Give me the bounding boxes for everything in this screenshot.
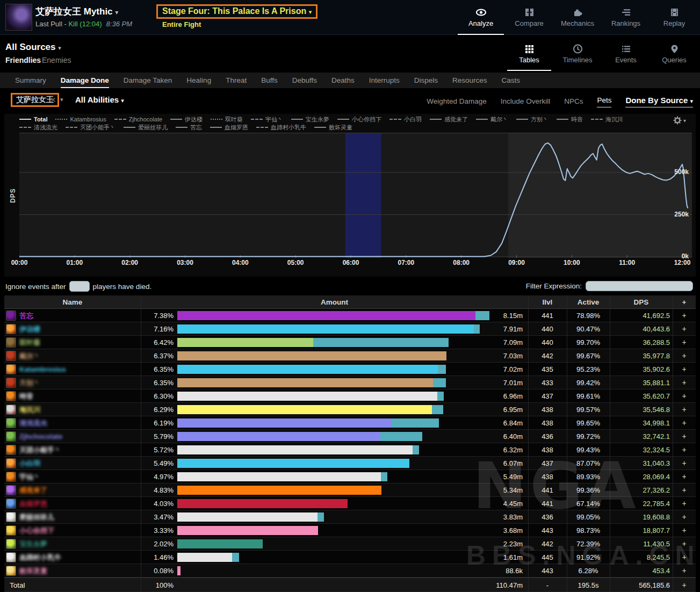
entire-fight-link[interactable]: Entire Fight [162, 20, 201, 28]
tab-deaths[interactable]: Deaths [331, 73, 355, 88]
nav-analyze[interactable]: Analyze [457, 0, 505, 35]
boss-title-dropdown[interactable]: 艾萨拉女王 Mythic ▾ [35, 5, 118, 18]
view-tables[interactable]: Tables [505, 37, 553, 71]
player-name-link[interactable]: 小心你挡下 [19, 524, 54, 537]
expand-row-button[interactable]: + [673, 336, 696, 349]
expand-row-button[interactable]: + [673, 551, 696, 564]
friendlies-toggle[interactable]: Friendlies [5, 56, 41, 64]
option-weighted-damage[interactable]: Weighted Damage [427, 97, 487, 106]
view-timelines[interactable]: Timelines [553, 37, 602, 71]
legend-item[interactable]: 戴尔丶 [476, 115, 508, 124]
player-name-link[interactable]: 血烟罗恩 [19, 497, 47, 510]
column-header-amount[interactable]: Amount [141, 295, 528, 309]
close-icon[interactable]: ✕ [50, 96, 56, 104]
column-header-dps[interactable]: DPS [610, 295, 673, 309]
option-include-overkill[interactable]: Include Overkill [501, 97, 550, 106]
expand-row-button[interactable]: + [673, 470, 696, 483]
column-header-name[interactable]: Name [4, 295, 141, 309]
expand-row-button[interactable]: + [673, 376, 696, 389]
tab-summary[interactable]: Summary [15, 73, 46, 88]
legend-item[interactable]: 伊达楼 [170, 115, 203, 124]
expand-row-button[interactable]: + [673, 416, 696, 430]
expand-row-button[interactable]: + [673, 430, 696, 443]
expand-row-button[interactable]: + [673, 389, 696, 403]
legend-item[interactable]: 感觉来了 [430, 115, 468, 124]
tab-resources[interactable]: Resources [452, 73, 487, 88]
tab-threat[interactable]: Threat [226, 73, 247, 88]
player-name-link[interactable]: 灭团小能手丶 [19, 443, 61, 457]
expand-row-button[interactable]: + [673, 524, 696, 537]
tab-interrupts[interactable]: Interrupts [369, 73, 400, 88]
tab-debuffs[interactable]: Debuffs [292, 73, 317, 88]
player-name-link[interactable]: 爱丽丝菲儿 [19, 510, 54, 524]
player-name-link[interactable]: 血蹄村小乳牛 [19, 551, 61, 564]
player-name-link[interactable]: 宝生永夢 [19, 537, 47, 551]
player-name-link[interactable]: 海沉川 [19, 403, 40, 416]
legend-item[interactable]: 双叶葵 [211, 115, 243, 124]
expand-row-button[interactable]: + [673, 457, 696, 470]
legend-item[interactable]: 小白羽 [389, 115, 422, 124]
expand-row-button[interactable]: + [673, 322, 696, 336]
nav-replay[interactable]: Replay [650, 0, 698, 35]
legend-item[interactable]: Zjhchocolate [114, 115, 162, 124]
ignore-deaths-input[interactable] [69, 281, 90, 292]
legend-item[interactable]: Katambrosius [55, 115, 106, 124]
tab-casts[interactable]: Casts [502, 73, 521, 88]
player-name-link[interactable]: 小白羽 [19, 457, 40, 470]
expand-row-button[interactable]: + [673, 497, 696, 510]
filter-expression-input[interactable] [586, 281, 693, 291]
expand-row-button[interactable]: + [673, 403, 696, 416]
player-name-link[interactable]: 時音 [19, 389, 33, 403]
player-name-link[interactable]: 双叶葵 [19, 336, 40, 349]
legend-item[interactable]: 苦忘 [176, 124, 202, 132]
player-name-link[interactable]: Zjhchocolate [19, 430, 62, 443]
legend-item[interactable]: Total [19, 115, 47, 124]
expand-row-button[interactable]: + [673, 443, 696, 457]
legend-item[interactable]: 爱丽丝菲儿 [124, 124, 168, 132]
all-sources-dropdown[interactable]: All Sources ▾ [5, 42, 61, 53]
enemies-toggle[interactable]: Enemies [42, 56, 71, 64]
expand-row-button[interactable]: + [673, 510, 696, 524]
player-name-link[interactable]: 方别丶 [19, 376, 40, 389]
legend-item[interactable]: 方别丶 [516, 115, 549, 124]
tab-damage-taken[interactable]: Damage Taken [124, 73, 172, 88]
done-by-source-dropdown[interactable]: Done By Source ▾ [625, 96, 693, 107]
player-name-link[interactable]: Katambrosius [19, 363, 66, 376]
player-name-link[interactable]: 清浅流光 [19, 416, 47, 430]
expand-row-button[interactable]: + [673, 564, 696, 577]
nav-compare[interactable]: Compare [505, 0, 553, 35]
total-expand-button[interactable]: + [673, 578, 696, 591]
expand-row-button[interactable]: + [673, 309, 696, 322]
player-name-link[interactable]: 伊达楼 [19, 322, 40, 336]
legend-item[interactable]: 清浅流光 [19, 124, 57, 132]
legend-item[interactable]: 灭团小能手丶 [66, 124, 116, 132]
stage-selector-dropdown[interactable]: Stage Four: This Palace Is A Prison ▾ [156, 4, 317, 19]
expand-row-button[interactable]: + [673, 537, 696, 551]
tab-dispels[interactable]: Dispels [414, 73, 438, 88]
legend-item[interactable]: 海沉川 [591, 115, 623, 124]
chevron-down-icon[interactable]: ▾ [60, 96, 63, 103]
view-queries[interactable]: Queries [650, 37, 698, 71]
column-header-ilvl[interactable]: Ilvl [528, 295, 567, 309]
option-pets[interactable]: Pets [597, 96, 611, 107]
expand-row-button[interactable]: + [673, 349, 696, 363]
legend-item[interactable]: 宇仙丶 [251, 115, 283, 124]
legend-item[interactable]: 時音 [557, 115, 583, 124]
legend-item[interactable]: 宝生永夢 [291, 115, 329, 124]
column-header-expand[interactable]: + [673, 295, 696, 309]
player-name-link[interactable]: 戴尔丶 [19, 349, 40, 363]
tab-damage-done[interactable]: Damage Done [61, 73, 109, 88]
expand-row-button[interactable]: + [673, 483, 696, 497]
legend-item[interactable]: 血蹄村小乳牛 [256, 124, 306, 132]
option-npcs[interactable]: NPCs [564, 97, 583, 106]
legend-item[interactable]: 血烟罗恩 [210, 124, 248, 132]
player-name-link[interactable]: 苦忘 [19, 309, 33, 322]
nav-mechanics[interactable]: Mechanics [553, 0, 602, 35]
player-name-link[interactable]: 败坏灵童 [19, 564, 47, 577]
nav-rankings[interactable]: Rankings [602, 0, 650, 35]
tab-healing[interactable]: Healing [186, 73, 211, 88]
expand-row-button[interactable]: + [673, 363, 696, 376]
legend-item[interactable]: 小心你挡下 [337, 115, 381, 124]
view-events[interactable]: Events [602, 37, 650, 71]
legend-item[interactable]: 败坏灵童 [314, 124, 352, 132]
